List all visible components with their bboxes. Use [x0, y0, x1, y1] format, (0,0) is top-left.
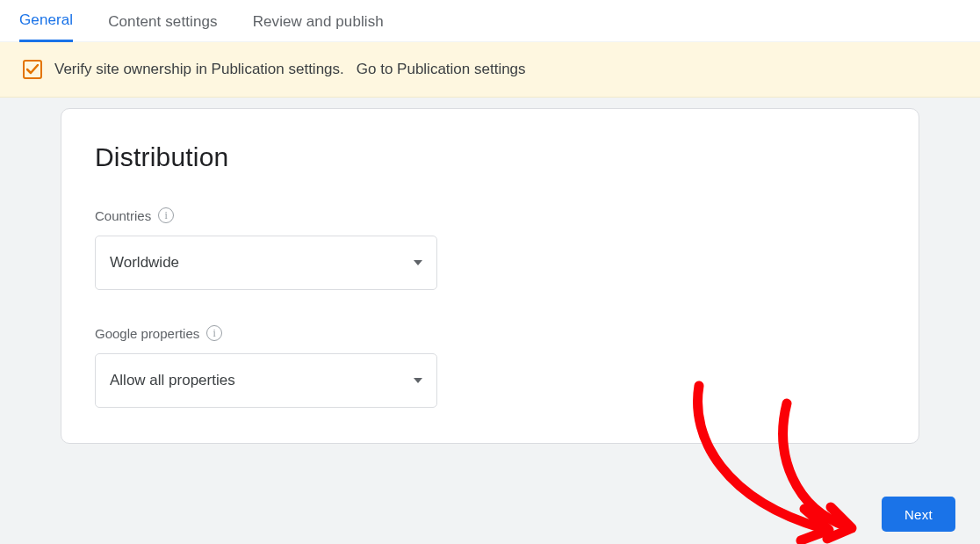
countries-value: Worldwide: [110, 254, 179, 272]
tab-content-settings[interactable]: Content settings: [108, 13, 217, 41]
info-icon[interactable]: i: [158, 207, 174, 223]
tab-general[interactable]: General: [19, 11, 73, 42]
google-properties-label: Google properties: [95, 326, 199, 341]
countries-label: Countries: [95, 208, 151, 223]
countries-select[interactable]: Worldwide: [95, 236, 437, 290]
tab-bar: General Content settings Review and publ…: [0, 0, 980, 42]
banner-link-publication-settings[interactable]: Go to Publication settings: [357, 61, 526, 78]
next-button[interactable]: Next: [882, 497, 955, 532]
google-properties-value: Allow all properties: [110, 372, 235, 389]
chevron-down-icon: [414, 260, 422, 265]
checkbox-icon: [23, 60, 42, 79]
tab-review-publish[interactable]: Review and publish: [253, 13, 384, 41]
banner-message: Verify site ownership in Publication set…: [54, 61, 344, 78]
card-title: Distribution: [95, 142, 885, 172]
google-properties-field: Google properties i Allow all properties: [95, 325, 885, 408]
distribution-card: Distribution Countries i Worldwide Googl…: [61, 108, 919, 444]
ownership-banner: Verify site ownership in Publication set…: [0, 42, 980, 98]
countries-field: Countries i Worldwide: [95, 207, 885, 290]
google-properties-select[interactable]: Allow all properties: [95, 353, 437, 408]
chevron-down-icon: [414, 378, 422, 383]
info-icon[interactable]: i: [206, 325, 222, 341]
content-area: Distribution Countries i Worldwide Googl…: [0, 98, 980, 544]
